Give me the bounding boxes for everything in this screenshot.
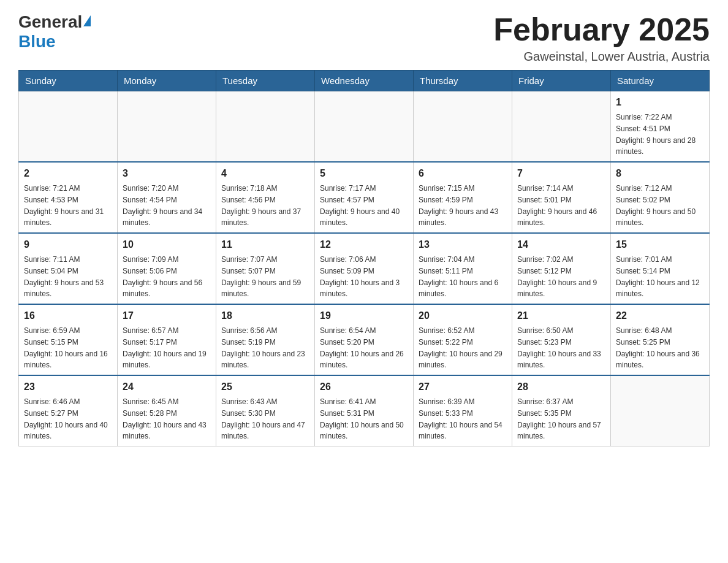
calendar-cell: 28Sunrise: 6:37 AMSunset: 5:35 PMDayligh… (512, 375, 611, 446)
calendar-cell: 16Sunrise: 6:59 AMSunset: 5:15 PMDayligh… (19, 304, 118, 375)
day-number: 3 (123, 166, 211, 181)
day-number: 18 (221, 308, 309, 323)
week-row-2: 2Sunrise: 7:21 AMSunset: 4:53 PMDaylight… (19, 162, 710, 233)
calendar-cell (414, 91, 512, 163)
day-number: 2 (24, 166, 112, 181)
month-title: February 2025 (493, 12, 710, 47)
calendar-cell: 17Sunrise: 6:57 AMSunset: 5:17 PMDayligh… (118, 304, 216, 375)
day-number: 22 (616, 308, 704, 323)
day-info: Sunrise: 7:06 AMSunset: 5:09 PMDaylight:… (320, 255, 400, 298)
day-number: 12 (320, 237, 408, 252)
calendar-cell: 10Sunrise: 7:09 AMSunset: 5:06 PMDayligh… (118, 233, 216, 304)
day-number: 16 (24, 308, 112, 323)
day-info: Sunrise: 6:52 AMSunset: 5:22 PMDaylight:… (419, 326, 502, 369)
day-info: Sunrise: 7:02 AMSunset: 5:12 PMDaylight:… (517, 255, 597, 298)
day-info: Sunrise: 6:59 AMSunset: 5:15 PMDaylight:… (24, 326, 108, 369)
day-info: Sunrise: 6:41 AMSunset: 5:31 PMDaylight:… (320, 397, 404, 440)
column-header-monday: Monday (118, 71, 216, 91)
day-info: Sunrise: 7:09 AMSunset: 5:06 PMDaylight:… (123, 255, 202, 298)
day-info: Sunrise: 7:15 AMSunset: 4:59 PMDaylight:… (419, 184, 498, 227)
calendar-cell (19, 91, 118, 163)
day-number: 25 (221, 380, 309, 394)
day-info: Sunrise: 7:04 AMSunset: 5:11 PMDaylight:… (419, 255, 498, 298)
calendar-cell: 3Sunrise: 7:20 AMSunset: 4:54 PMDaylight… (118, 162, 216, 233)
day-number: 11 (221, 237, 309, 252)
day-number: 20 (419, 308, 507, 323)
day-info: Sunrise: 7:18 AMSunset: 4:56 PMDaylight:… (221, 184, 301, 227)
day-info: Sunrise: 7:07 AMSunset: 5:07 PMDaylight:… (221, 255, 301, 298)
column-header-thursday: Thursday (414, 71, 512, 91)
day-number: 10 (123, 237, 211, 252)
calendar-cell: 13Sunrise: 7:04 AMSunset: 5:11 PMDayligh… (414, 233, 512, 304)
day-number: 19 (320, 308, 408, 323)
logo-general-text: General (18, 12, 82, 32)
day-info: Sunrise: 6:50 AMSunset: 5:23 PMDaylight:… (517, 326, 601, 369)
day-number: 15 (616, 237, 704, 252)
column-header-saturday: Saturday (611, 71, 710, 91)
calendar-cell (512, 91, 611, 163)
calendar-cell: 25Sunrise: 6:43 AMSunset: 5:30 PMDayligh… (216, 375, 315, 446)
column-header-wednesday: Wednesday (315, 71, 414, 91)
day-number: 4 (221, 166, 309, 181)
calendar-cell: 27Sunrise: 6:39 AMSunset: 5:33 PMDayligh… (414, 375, 512, 446)
calendar-cell (118, 91, 216, 163)
logo-blue-text: Blue (18, 32, 56, 52)
logo-triangle-icon (83, 15, 91, 26)
title-block: February 2025 Gaweinstal, Lower Austria,… (493, 12, 710, 64)
day-info: Sunrise: 6:48 AMSunset: 5:25 PMDaylight:… (616, 326, 700, 369)
day-info: Sunrise: 6:54 AMSunset: 5:20 PMDaylight:… (320, 326, 404, 369)
column-header-sunday: Sunday (19, 71, 118, 91)
day-number: 7 (517, 166, 605, 181)
calendar-cell (611, 375, 710, 446)
day-info: Sunrise: 7:12 AMSunset: 5:02 PMDaylight:… (616, 184, 696, 227)
calendar-cell: 14Sunrise: 7:02 AMSunset: 5:12 PMDayligh… (512, 233, 611, 304)
calendar-cell: 15Sunrise: 7:01 AMSunset: 5:14 PMDayligh… (611, 233, 710, 304)
page-header: General Blue February 2025 Gaweinstal, L… (18, 12, 710, 64)
calendar-cell: 2Sunrise: 7:21 AMSunset: 4:53 PMDaylight… (19, 162, 118, 233)
day-number: 27 (419, 380, 507, 394)
day-info: Sunrise: 6:39 AMSunset: 5:33 PMDaylight:… (419, 397, 502, 440)
day-number: 5 (320, 166, 408, 181)
week-row-3: 9Sunrise: 7:11 AMSunset: 5:04 PMDaylight… (19, 233, 710, 304)
calendar-cell: 11Sunrise: 7:07 AMSunset: 5:07 PMDayligh… (216, 233, 315, 304)
calendar-cell: 9Sunrise: 7:11 AMSunset: 5:04 PMDaylight… (19, 233, 118, 304)
day-info: Sunrise: 7:21 AMSunset: 4:53 PMDaylight:… (24, 184, 104, 227)
column-header-friday: Friday (512, 71, 611, 91)
calendar-cell: 19Sunrise: 6:54 AMSunset: 5:20 PMDayligh… (315, 304, 414, 375)
day-number: 14 (517, 237, 605, 252)
calendar-cell: 8Sunrise: 7:12 AMSunset: 5:02 PMDaylight… (611, 162, 710, 233)
calendar-cell: 20Sunrise: 6:52 AMSunset: 5:22 PMDayligh… (414, 304, 512, 375)
day-number: 24 (123, 380, 211, 394)
day-info: Sunrise: 6:56 AMSunset: 5:19 PMDaylight:… (221, 326, 305, 369)
calendar-cell: 5Sunrise: 7:17 AMSunset: 4:57 PMDaylight… (315, 162, 414, 233)
week-row-5: 23Sunrise: 6:46 AMSunset: 5:27 PMDayligh… (19, 375, 710, 446)
day-info: Sunrise: 7:17 AMSunset: 4:57 PMDaylight:… (320, 184, 400, 227)
day-number: 17 (123, 308, 211, 323)
calendar-header-row: SundayMondayTuesdayWednesdayThursdayFrid… (19, 71, 710, 91)
calendar-cell: 7Sunrise: 7:14 AMSunset: 5:01 PMDaylight… (512, 162, 611, 233)
day-info: Sunrise: 7:20 AMSunset: 4:54 PMDaylight:… (123, 184, 202, 227)
column-header-tuesday: Tuesday (216, 71, 315, 91)
day-number: 8 (616, 166, 704, 181)
calendar-cell: 22Sunrise: 6:48 AMSunset: 5:25 PMDayligh… (611, 304, 710, 375)
calendar-cell: 4Sunrise: 7:18 AMSunset: 4:56 PMDaylight… (216, 162, 315, 233)
calendar-cell: 6Sunrise: 7:15 AMSunset: 4:59 PMDaylight… (414, 162, 512, 233)
calendar-cell: 26Sunrise: 6:41 AMSunset: 5:31 PMDayligh… (315, 375, 414, 446)
day-info: Sunrise: 6:37 AMSunset: 5:35 PMDaylight:… (517, 397, 601, 440)
calendar-cell: 1Sunrise: 7:22 AMSunset: 4:51 PMDaylight… (611, 91, 710, 163)
day-number: 21 (517, 308, 605, 323)
day-info: Sunrise: 6:57 AMSunset: 5:17 PMDaylight:… (123, 326, 207, 369)
day-number: 28 (517, 380, 605, 394)
day-number: 13 (419, 237, 507, 252)
day-number: 9 (24, 237, 112, 252)
week-row-4: 16Sunrise: 6:59 AMSunset: 5:15 PMDayligh… (19, 304, 710, 375)
day-info: Sunrise: 7:01 AMSunset: 5:14 PMDaylight:… (616, 255, 700, 298)
calendar-cell: 18Sunrise: 6:56 AMSunset: 5:19 PMDayligh… (216, 304, 315, 375)
day-info: Sunrise: 6:46 AMSunset: 5:27 PMDaylight:… (24, 397, 108, 440)
logo: General Blue (18, 12, 91, 52)
calendar-table: SundayMondayTuesdayWednesdayThursdayFrid… (18, 70, 710, 446)
calendar-cell: 23Sunrise: 6:46 AMSunset: 5:27 PMDayligh… (19, 375, 118, 446)
day-number: 23 (24, 380, 112, 394)
day-info: Sunrise: 7:14 AMSunset: 5:01 PMDaylight:… (517, 184, 597, 227)
day-info: Sunrise: 6:43 AMSunset: 5:30 PMDaylight:… (221, 397, 305, 440)
